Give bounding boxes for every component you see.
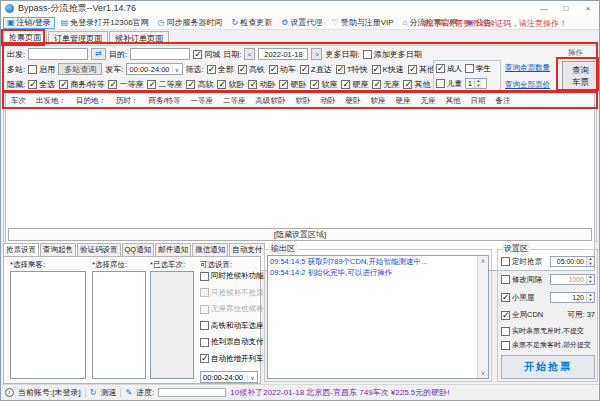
settings-tab[interactable]: 验证码设置: [77, 243, 121, 256]
query-all-price-link[interactable]: 查询全部票价: [505, 80, 550, 90]
menu-item[interactable]: ▣ 注销/登录: [3, 17, 55, 29]
settings-tab[interactable]: 查询起售: [40, 243, 76, 256]
spinner-buttons[interactable]: ▴ ▾: [474, 79, 482, 88]
timed-grab-checkbox[interactable]: 定时抢票: [501, 257, 550, 267]
interval-checkbox[interactable]: 修改间隔: [501, 275, 550, 285]
depart-time-select[interactable]: 00:00-24:00 ∨: [126, 63, 182, 75]
seat-type-checkbox[interactable]: 高软: [186, 79, 213, 90]
close-button[interactable]: ×: [577, 1, 599, 16]
spinner-down-icon[interactable]: ▾: [587, 262, 594, 267]
minimize-button[interactable]: —: [533, 1, 555, 16]
student-checkbox[interactable]: 学生: [465, 64, 491, 74]
passenger-listbox[interactable]: [10, 271, 86, 379]
blackroom-stepper[interactable]: 120 ▴ ▾: [550, 292, 595, 303]
hide-settings-area-button[interactable]: [隐藏设置区域]: [8, 228, 592, 241]
train-type-checkbox[interactable]: 高铁: [238, 64, 265, 75]
settings-tab[interactable]: 抢票设置: [3, 243, 39, 256]
multi-station-enable-checkbox[interactable]: 启用: [28, 64, 55, 75]
output-scrollbar[interactable]: ∧ ∨: [477, 256, 488, 378]
spinner-down-icon[interactable]: ▾: [587, 298, 594, 303]
seat-type-checkbox[interactable]: 硬卧: [279, 79, 306, 90]
spinner-buttons[interactable]: ▴ ▾: [586, 293, 594, 302]
date-field[interactable]: 2022-01-18: [258, 48, 308, 60]
option-checkbox[interactable]: 抢到票自动支付: [200, 337, 260, 347]
table-column-header[interactable]: 二等座: [218, 96, 251, 106]
train-type-checkbox[interactable]: T特快: [336, 64, 368, 75]
spinner-down-icon[interactable]: ▾: [587, 280, 594, 285]
train-type-checkbox[interactable]: 动车: [269, 64, 296, 75]
seat-type-checkbox[interactable]: 二等座: [147, 79, 182, 90]
seat-type-checkbox[interactable]: 软卧: [217, 79, 244, 90]
menu-item[interactable]: ♡ 赞助与注册VIP: [328, 17, 396, 29]
menu-item[interactable]: ◷ 同步服务器时间: [155, 17, 226, 29]
menu-item[interactable]: ▤ 免登录打开12306官网: [58, 17, 152, 29]
table-column-header[interactable]: 商务/特等: [144, 96, 186, 106]
table-column-header[interactable]: 历时：: [111, 96, 144, 106]
table-column-header[interactable]: 其他: [441, 96, 466, 106]
partial-submit-checkbox[interactable]: 余票不足乘客时,部分提交: [501, 340, 595, 350]
scroll-down-icon[interactable]: ∨: [478, 368, 488, 378]
swap-stations-button[interactable]: ⇄: [91, 48, 106, 60]
train-type-checkbox[interactable]: 全部: [207, 64, 234, 75]
settings-tab[interactable]: 自动支付: [229, 243, 265, 256]
no-seat-no-submit-checkbox[interactable]: 实时余票无座时,不提交: [501, 326, 595, 336]
table-column-header[interactable]: 硬卧: [341, 96, 366, 106]
seat-listbox[interactable]: [92, 271, 146, 379]
same-city-checkbox[interactable]: 同城: [193, 49, 220, 60]
menu-item[interactable]: ⚙ 设置代理: [278, 17, 325, 29]
child-count-stepper[interactable]: 1 ▴ ▾: [465, 78, 487, 89]
table-column-header[interactable]: 目的地：: [71, 96, 111, 106]
adult-checkbox[interactable]: 成人: [436, 64, 462, 74]
option-checkbox[interactable]: 只抢候补不抢票: [200, 288, 260, 298]
from-station-input[interactable]: [28, 48, 88, 60]
query-ticket-button[interactable]: 查询车票: [562, 61, 599, 91]
global-cdn-checkbox[interactable]: 全局CDN: [501, 310, 564, 320]
table-column-header[interactable]: 备注: [491, 96, 516, 106]
seat-type-checkbox[interactable]: 软座: [310, 79, 337, 90]
seat-type-checkbox[interactable]: 商务/特等: [59, 79, 104, 90]
settings-tab[interactable]: QQ通知: [122, 243, 155, 256]
seat-type-checkbox[interactable]: 硬座: [341, 79, 368, 90]
seat-type-checkbox[interactable]: 动卧: [248, 79, 275, 90]
blackroom-checkbox[interactable]: 小黑屋: [501, 293, 550, 303]
multi-station-query-button[interactable]: 多站查询: [58, 63, 102, 75]
spinner-buttons[interactable]: ▴ ▾: [586, 257, 594, 266]
next-date-button[interactable]: >: [311, 48, 322, 60]
speed-test-label[interactable]: 测速: [100, 387, 116, 398]
timed-grab-time-stepper[interactable]: 05:00:00 ▴ ▾: [550, 256, 595, 267]
prev-date-button[interactable]: <: [244, 48, 255, 60]
menu-item[interactable]: ↻ 检查更新: [229, 17, 276, 29]
auto-grab-time-select[interactable]: 00:00-24:00 ∨: [200, 371, 258, 383]
start-grab-button[interactable]: 开始抢票: [501, 355, 595, 379]
train-type-checkbox[interactable]: Z直达: [300, 64, 332, 75]
spinner-buttons[interactable]: ▴ ▾: [586, 275, 594, 284]
table-column-header[interactable]: 车次: [6, 96, 31, 106]
spinner-down-icon[interactable]: ▾: [475, 84, 482, 89]
scroll-up-icon[interactable]: ∧: [478, 256, 488, 266]
selected-train-listbox[interactable]: [150, 271, 194, 379]
settings-tab[interactable]: 邮件通知: [155, 243, 191, 256]
interval-stepper[interactable]: 1000 ▴ ▾: [550, 274, 595, 285]
child-checkbox[interactable]: 儿童: [436, 79, 462, 89]
train-type-checkbox[interactable]: 其他: [408, 64, 435, 75]
settings-tab[interactable]: 微信通知: [192, 243, 228, 256]
table-column-header[interactable]: 动卧: [316, 96, 341, 106]
seat-type-checkbox[interactable]: 全选: [28, 79, 55, 90]
option-checkbox[interactable]: 同时抢候补功能: [200, 271, 260, 281]
add-more-dates-checkbox[interactable]: 添加更多日期: [363, 49, 422, 60]
main-tab[interactable]: 抢票页面: [3, 30, 47, 45]
table-column-header[interactable]: 无座: [416, 96, 441, 106]
seat-type-checkbox[interactable]: 其他: [403, 79, 430, 90]
query-seat-count-link[interactable]: 查询余票数量: [505, 63, 550, 73]
main-tab[interactable]: 订单管理页面: [48, 31, 108, 45]
seat-type-checkbox[interactable]: 无座: [372, 79, 399, 90]
seat-type-checkbox[interactable]: 一等座: [108, 79, 143, 90]
table-column-header[interactable]: 出发地：: [31, 96, 71, 106]
option-checkbox[interactable]: 无座席位也候补: [200, 304, 260, 314]
maximize-button[interactable]: □: [555, 1, 577, 16]
table-column-header[interactable]: 一等座: [186, 96, 219, 106]
table-column-header[interactable]: 软卧: [291, 96, 316, 106]
table-column-header[interactable]: 硬座: [391, 96, 416, 106]
table-column-header[interactable]: 高级软卧: [251, 96, 291, 106]
option-checkbox[interactable]: 高铁和动车选座: [200, 321, 260, 331]
